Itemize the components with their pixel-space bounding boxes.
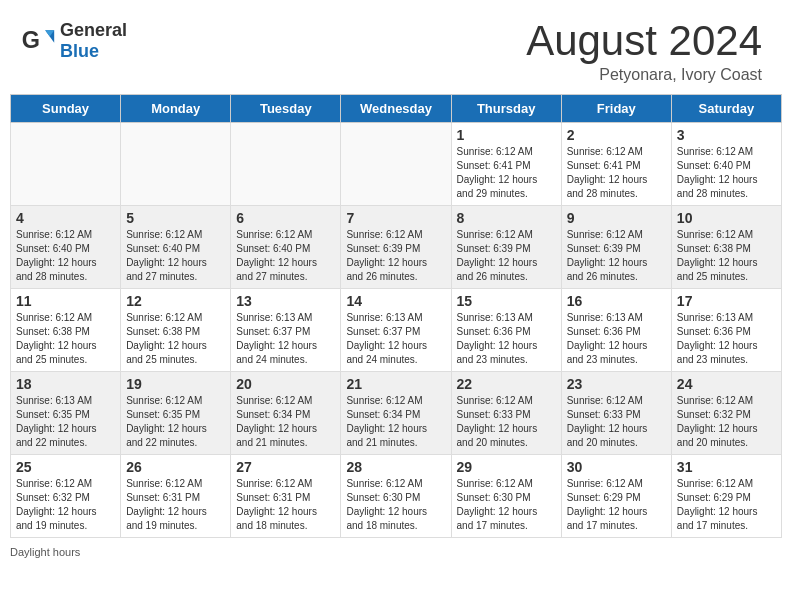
day-info: Sunrise: 6:13 AMSunset: 6:37 PMDaylight:…	[236, 311, 335, 367]
day-number: 27	[236, 459, 335, 475]
day-number: 30	[567, 459, 666, 475]
daylight-label: Daylight hours	[10, 546, 80, 558]
day-cell-8: 8Sunrise: 6:12 AMSunset: 6:39 PMDaylight…	[451, 206, 561, 289]
day-header-row: SundayMondayTuesdayWednesdayThursdayFrid…	[11, 95, 782, 123]
day-number: 2	[567, 127, 666, 143]
day-cell-31: 31Sunrise: 6:12 AMSunset: 6:29 PMDayligh…	[671, 455, 781, 538]
day-info: Sunrise: 6:12 AMSunset: 6:38 PMDaylight:…	[126, 311, 225, 367]
day-info: Sunrise: 6:12 AMSunset: 6:35 PMDaylight:…	[126, 394, 225, 450]
day-cell-empty-0-0	[11, 123, 121, 206]
day-info: Sunrise: 6:12 AMSunset: 6:41 PMDaylight:…	[457, 145, 556, 201]
day-number: 23	[567, 376, 666, 392]
day-number: 26	[126, 459, 225, 475]
day-info: Sunrise: 6:12 AMSunset: 6:30 PMDaylight:…	[457, 477, 556, 533]
day-number: 18	[16, 376, 115, 392]
day-cell-20: 20Sunrise: 6:12 AMSunset: 6:34 PMDayligh…	[231, 372, 341, 455]
day-info: Sunrise: 6:13 AMSunset: 6:36 PMDaylight:…	[457, 311, 556, 367]
day-info: Sunrise: 6:12 AMSunset: 6:39 PMDaylight:…	[567, 228, 666, 284]
day-cell-1: 1Sunrise: 6:12 AMSunset: 6:41 PMDaylight…	[451, 123, 561, 206]
day-info: Sunrise: 6:12 AMSunset: 6:39 PMDaylight:…	[457, 228, 556, 284]
day-cell-21: 21Sunrise: 6:12 AMSunset: 6:34 PMDayligh…	[341, 372, 451, 455]
day-number: 24	[677, 376, 776, 392]
day-cell-11: 11Sunrise: 6:12 AMSunset: 6:38 PMDayligh…	[11, 289, 121, 372]
day-header-wednesday: Wednesday	[341, 95, 451, 123]
day-cell-15: 15Sunrise: 6:13 AMSunset: 6:36 PMDayligh…	[451, 289, 561, 372]
footer: Daylight hours	[0, 538, 792, 566]
day-number: 3	[677, 127, 776, 143]
day-info: Sunrise: 6:13 AMSunset: 6:35 PMDaylight:…	[16, 394, 115, 450]
day-cell-22: 22Sunrise: 6:12 AMSunset: 6:33 PMDayligh…	[451, 372, 561, 455]
day-number: 22	[457, 376, 556, 392]
day-cell-9: 9Sunrise: 6:12 AMSunset: 6:39 PMDaylight…	[561, 206, 671, 289]
month-year-title: August 2024	[526, 20, 762, 62]
day-cell-23: 23Sunrise: 6:12 AMSunset: 6:33 PMDayligh…	[561, 372, 671, 455]
day-number: 29	[457, 459, 556, 475]
day-info: Sunrise: 6:12 AMSunset: 6:33 PMDaylight:…	[567, 394, 666, 450]
day-number: 8	[457, 210, 556, 226]
day-info: Sunrise: 6:12 AMSunset: 6:40 PMDaylight:…	[16, 228, 115, 284]
day-info: Sunrise: 6:13 AMSunset: 6:36 PMDaylight:…	[677, 311, 776, 367]
logo: G General Blue	[20, 20, 127, 62]
day-number: 28	[346, 459, 445, 475]
week-row-1: 4Sunrise: 6:12 AMSunset: 6:40 PMDaylight…	[11, 206, 782, 289]
day-header-tuesday: Tuesday	[231, 95, 341, 123]
day-info: Sunrise: 6:12 AMSunset: 6:29 PMDaylight:…	[567, 477, 666, 533]
day-number: 11	[16, 293, 115, 309]
day-number: 4	[16, 210, 115, 226]
day-cell-13: 13Sunrise: 6:13 AMSunset: 6:37 PMDayligh…	[231, 289, 341, 372]
logo-icon: G	[20, 23, 56, 59]
day-header-sunday: Sunday	[11, 95, 121, 123]
day-number: 10	[677, 210, 776, 226]
day-cell-4: 4Sunrise: 6:12 AMSunset: 6:40 PMDaylight…	[11, 206, 121, 289]
day-number: 7	[346, 210, 445, 226]
day-cell-6: 6Sunrise: 6:12 AMSunset: 6:40 PMDaylight…	[231, 206, 341, 289]
day-info: Sunrise: 6:12 AMSunset: 6:32 PMDaylight:…	[677, 394, 776, 450]
day-number: 31	[677, 459, 776, 475]
day-cell-27: 27Sunrise: 6:12 AMSunset: 6:31 PMDayligh…	[231, 455, 341, 538]
day-header-saturday: Saturday	[671, 95, 781, 123]
day-number: 6	[236, 210, 335, 226]
day-header-thursday: Thursday	[451, 95, 561, 123]
day-info: Sunrise: 6:12 AMSunset: 6:34 PMDaylight:…	[346, 394, 445, 450]
day-number: 16	[567, 293, 666, 309]
day-cell-16: 16Sunrise: 6:13 AMSunset: 6:36 PMDayligh…	[561, 289, 671, 372]
day-header-friday: Friday	[561, 95, 671, 123]
day-cell-14: 14Sunrise: 6:13 AMSunset: 6:37 PMDayligh…	[341, 289, 451, 372]
day-cell-28: 28Sunrise: 6:12 AMSunset: 6:30 PMDayligh…	[341, 455, 451, 538]
day-number: 9	[567, 210, 666, 226]
day-header-monday: Monday	[121, 95, 231, 123]
week-row-2: 11Sunrise: 6:12 AMSunset: 6:38 PMDayligh…	[11, 289, 782, 372]
day-number: 1	[457, 127, 556, 143]
day-info: Sunrise: 6:12 AMSunset: 6:39 PMDaylight:…	[346, 228, 445, 284]
day-info: Sunrise: 6:12 AMSunset: 6:32 PMDaylight:…	[16, 477, 115, 533]
day-number: 25	[16, 459, 115, 475]
title-area: August 2024 Petyonara, Ivory Coast	[526, 20, 762, 84]
day-number: 19	[126, 376, 225, 392]
day-number: 12	[126, 293, 225, 309]
day-cell-3: 3Sunrise: 6:12 AMSunset: 6:40 PMDaylight…	[671, 123, 781, 206]
week-row-0: 1Sunrise: 6:12 AMSunset: 6:41 PMDaylight…	[11, 123, 782, 206]
day-cell-10: 10Sunrise: 6:12 AMSunset: 6:38 PMDayligh…	[671, 206, 781, 289]
day-number: 21	[346, 376, 445, 392]
day-cell-empty-0-2	[231, 123, 341, 206]
day-info: Sunrise: 6:13 AMSunset: 6:37 PMDaylight:…	[346, 311, 445, 367]
day-number: 17	[677, 293, 776, 309]
day-cell-7: 7Sunrise: 6:12 AMSunset: 6:39 PMDaylight…	[341, 206, 451, 289]
day-number: 20	[236, 376, 335, 392]
day-cell-24: 24Sunrise: 6:12 AMSunset: 6:32 PMDayligh…	[671, 372, 781, 455]
calendar-table: SundayMondayTuesdayWednesdayThursdayFrid…	[10, 94, 782, 538]
logo-text: General Blue	[60, 20, 127, 62]
day-info: Sunrise: 6:12 AMSunset: 6:40 PMDaylight:…	[236, 228, 335, 284]
day-cell-12: 12Sunrise: 6:12 AMSunset: 6:38 PMDayligh…	[121, 289, 231, 372]
svg-text:G: G	[22, 27, 40, 53]
day-info: Sunrise: 6:12 AMSunset: 6:34 PMDaylight:…	[236, 394, 335, 450]
day-cell-25: 25Sunrise: 6:12 AMSunset: 6:32 PMDayligh…	[11, 455, 121, 538]
day-cell-17: 17Sunrise: 6:13 AMSunset: 6:36 PMDayligh…	[671, 289, 781, 372]
day-number: 13	[236, 293, 335, 309]
day-number: 15	[457, 293, 556, 309]
day-info: Sunrise: 6:12 AMSunset: 6:38 PMDaylight:…	[677, 228, 776, 284]
day-cell-5: 5Sunrise: 6:12 AMSunset: 6:40 PMDaylight…	[121, 206, 231, 289]
week-row-3: 18Sunrise: 6:13 AMSunset: 6:35 PMDayligh…	[11, 372, 782, 455]
day-cell-2: 2Sunrise: 6:12 AMSunset: 6:41 PMDaylight…	[561, 123, 671, 206]
day-info: Sunrise: 6:12 AMSunset: 6:40 PMDaylight:…	[677, 145, 776, 201]
